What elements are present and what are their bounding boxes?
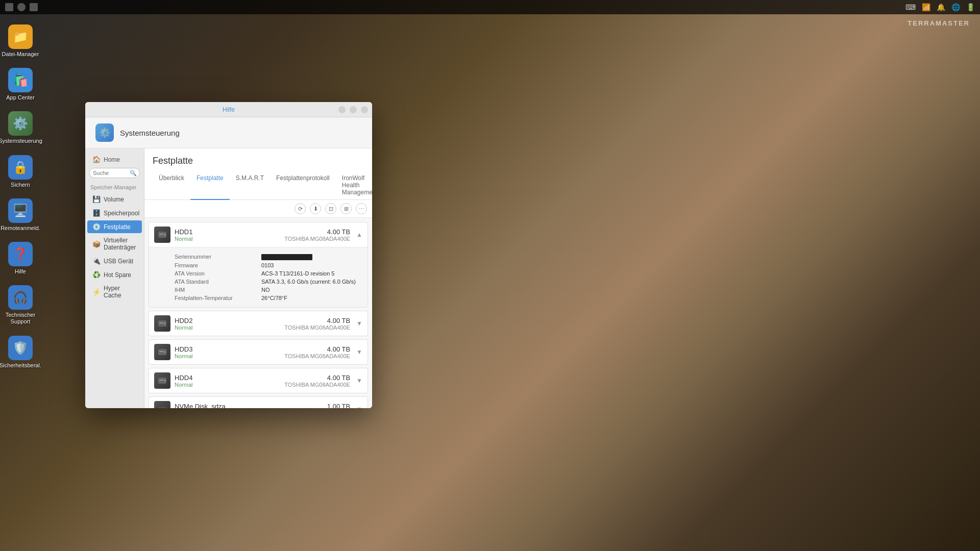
desktop-icon-sicherheitsberater[interactable]: 🛡️ Sicherheitsberal. (0, 336, 41, 369)
window-app-header: ⚙️ Systemsteuerung (85, 117, 372, 148)
hdd1-temp-row: Festplatten-Temperatur 26°C/78°F (175, 294, 360, 302)
desktop-icon-systemsteuerung[interactable]: ⚙️ Systemsteuerung (0, 111, 42, 144)
search-icon: 🔍 (130, 170, 137, 177)
hdd1-chevron-icon: ▲ (356, 231, 362, 238)
sidebar-search: 🔍 (89, 168, 140, 178)
window-body: 🏠 Home 🔍 Speicher-Manager 💾 Volume 🗄️ Sp… (85, 148, 372, 408)
hdd1-ata-version-row: ATA Version ACS-3 T13/2161-D revision 5 (175, 269, 360, 278)
nvme-size-info: 1.00 TB WD Blue SN580 1TB (298, 403, 350, 408)
nvme-size: 1.00 TB (298, 403, 350, 408)
sidebar-virtueller-label: Virtueller Datenträger (104, 237, 137, 251)
taskbar-left-icons (5, 3, 38, 11)
help-link[interactable]: Hilfe (223, 106, 235, 113)
sidebar-item-virtueller-datentrager[interactable]: 📦 Virtueller Datenträger (87, 234, 142, 254)
desktop-icon-hilfe[interactable]: ❓ Hilfe (8, 242, 33, 275)
tab-protocol[interactable]: Festplattenprotokoll (270, 171, 336, 200)
taskbar-wifi-icon: 📶 (922, 3, 930, 11)
hilfe-icon: ❓ (8, 242, 33, 266)
hdd1-ata-version-label: ATA Version (175, 270, 251, 277)
festplatte-sidebar-icon: 💿 (92, 223, 101, 231)
taskbar-globe-icon: 🌐 (951, 3, 960, 11)
sicherheitsberater-icon: 🛡️ (8, 336, 33, 360)
home-icon: 🏠 (92, 156, 101, 163)
hdd4-chevron-icon: ▼ (356, 377, 362, 384)
sidebar-item-home[interactable]: 🏠 Home (87, 153, 142, 166)
toolbar-btn-3[interactable]: ⊡ (325, 203, 336, 214)
hdd4-size-info: 4.00 TB TOSHIBA MG08ADA400E (284, 374, 350, 388)
sidebar-item-speicherpool[interactable]: 🗄️ Speicherpool (87, 207, 142, 219)
desktop-icon-app-center[interactable]: 🛍️ App Center (6, 68, 35, 101)
tab-uberblick[interactable]: Überblick (153, 171, 190, 200)
toolbar-btn-4[interactable]: ⊞ (340, 203, 352, 214)
remoteanmeld-icon: 🖥️ (8, 198, 33, 223)
tab-smart[interactable]: S.M.A.R.T (230, 171, 270, 200)
desktop-icon-technischer-support[interactable]: 🎧 Technischer Support (0, 285, 41, 325)
page-title: Festplatte (153, 156, 364, 166)
desktop-icon-datei-manager[interactable]: 📁 Datei-Manager (2, 24, 39, 58)
hdd4-info: HDD4 Normal (175, 374, 280, 388)
sidebar-usb-label: USB Gerät (104, 258, 133, 265)
sichern-icon: 🔒 (8, 155, 33, 180)
svg-point-11 (164, 380, 166, 382)
disk-item-hdd3-header[interactable]: HDD3 Normal 4.00 TB TOSHIBA MG08ADA400E … (149, 340, 368, 364)
hdd1-firmware-row: Firmware 0103 (175, 261, 360, 269)
hdd3-chevron-icon: ▼ (356, 348, 362, 356)
hdd2-chevron-icon: ▼ (356, 320, 362, 327)
hdd3-size: 4.00 TB (284, 345, 350, 353)
sidebar-item-usb-gerat[interactable]: 🔌 USB Gerät (87, 255, 142, 267)
disk-item-hdd2-header[interactable]: HDD2 Normal 4.00 TB TOSHIBA MG08ADA400E … (149, 311, 368, 336)
nvme-chevron-icon: ▼ (356, 406, 362, 408)
window-minimize-button[interactable] (338, 106, 346, 113)
toolbar-btn-1[interactable]: ⟳ (295, 203, 306, 214)
sidebar-item-festplatte[interactable]: 💿 Festplatte (87, 220, 142, 233)
tab-ironwolf[interactable]: IronWolf Health Management (336, 171, 372, 200)
disk-item-hdd1-header[interactable]: HDD1 Normal 4.00 TB TOSHIBA MG08ADA400E … (149, 222, 368, 247)
window-close-button[interactable] (361, 106, 368, 113)
sidebar-item-hyper-cache[interactable]: ⚡ Hyper Cache (87, 282, 142, 302)
sidebar-hot-spare-label: Hot Spare (104, 271, 131, 279)
hdd3-name: HDD3 (175, 345, 280, 353)
tabs: Überblick Festplatte S.M.A.R.T Festplatt… (153, 171, 364, 199)
sidebar-item-hot-spare[interactable]: ♻️ Hot Spare (87, 268, 142, 281)
terramaster-logo: TERRAMASTER (908, 19, 970, 27)
desktop-icon-remoteanmeld[interactable]: 🖥️ Remoteanmeld. (1, 198, 40, 232)
disk-item-nvme-header[interactable]: NVMe Disk_sdza Normal 1.00 TB WD Blue SN… (149, 397, 368, 408)
toolbar-btn-5[interactable]: ⋯ (356, 203, 367, 214)
hdd2-model: TOSHIBA MG08ADA400E (284, 324, 350, 331)
disk-item-hdd4-header[interactable]: HDD4 Normal 4.00 TB TOSHIBA MG08ADA400E … (149, 368, 368, 393)
systemsteuerung-icon: ⚙️ (8, 111, 33, 136)
app-center-icon: 🛍️ (8, 68, 33, 92)
hdd1-firmware-value: 0103 (261, 262, 274, 268)
hdd1-ata-standard-row: ATA Standard SATA 3.3, 6.0 Gb/s (current… (175, 278, 360, 286)
toolbar-btn-2[interactable]: ⬇ (310, 203, 321, 214)
hdd4-name: HDD4 (175, 374, 280, 382)
desktop-icon-sichern[interactable]: 🔒 Sichern (8, 155, 33, 188)
volume-icon: 💾 (92, 195, 101, 203)
sicherheitsberater-label: Sicherheitsberal. (0, 362, 41, 369)
hdd1-firmware-label: Firmware (175, 262, 251, 268)
sidebar-speicherpool-label: Speicherpool (104, 210, 139, 217)
svg-point-8 (164, 351, 166, 353)
hdd3-size-info: 4.00 TB TOSHIBA MG08ADA400E (284, 345, 350, 359)
taskbar-icon-settings[interactable] (17, 3, 26, 11)
taskbar-right-icons: ⌨ 📶 🔔 🌐 🔋 (905, 3, 975, 11)
svg-rect-4 (159, 322, 163, 323)
window-titlebar: Hilfe (85, 102, 372, 117)
hyper-cache-icon: ⚡ (92, 288, 101, 296)
sidebar-hyper-cache-label: Hyper Cache (104, 285, 137, 299)
taskbar-icon-grid[interactable] (30, 3, 38, 11)
hdd2-status: Normal (175, 324, 280, 331)
taskbar-icon-home[interactable] (5, 3, 13, 11)
virtueller-icon: 📦 (92, 240, 101, 248)
technischer-support-label: Technischer Support (0, 312, 41, 325)
hot-spare-icon: ♻️ (92, 271, 101, 279)
speicherpool-icon: 🗄️ (92, 209, 101, 217)
hdd1-temp-label: Festplatten-Temperatur (175, 295, 251, 301)
svg-point-5 (164, 322, 166, 324)
hdd1-serial-value (261, 254, 312, 260)
svg-rect-10 (159, 380, 163, 381)
window-maximize-button[interactable] (350, 106, 357, 113)
sidebar-item-volume[interactable]: 💾 Volume (87, 193, 142, 206)
disk-item-hdd1: HDD1 Normal 4.00 TB TOSHIBA MG08ADA400E … (149, 222, 368, 308)
tab-festplatte[interactable]: Festplatte (190, 171, 230, 200)
